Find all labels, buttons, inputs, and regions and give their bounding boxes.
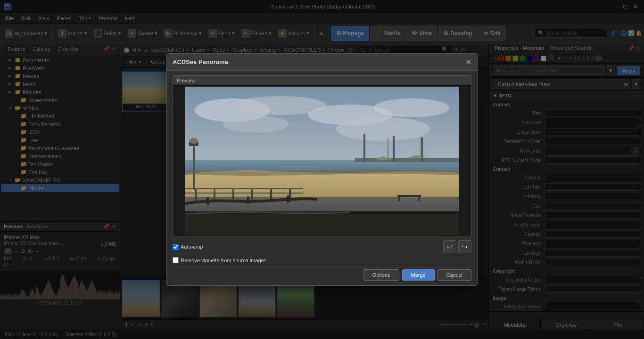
redo-btn[interactable]: ↪ (458, 240, 471, 253)
dialog-body: Preview (167, 71, 477, 285)
panorama-dialog: ACDSee Panorama ✕ Preview (166, 53, 478, 286)
svg-rect-24 (363, 134, 365, 162)
svg-rect-33 (185, 214, 459, 235)
svg-rect-31 (247, 196, 249, 204)
dialog-buttons: Options Merge Cancel (173, 267, 471, 281)
dialog-preview-label: Preview (173, 76, 471, 85)
svg-rect-20 (193, 143, 195, 190)
dialog-title-bar: ACDSee Panorama ✕ (167, 54, 477, 71)
auto-crop-label: Auto-crop (181, 244, 203, 250)
dialog-close-btn[interactable]: ✕ (465, 57, 471, 66)
dialog-preview-group: Preview (173, 75, 471, 236)
undo-btn[interactable]: ↩ (443, 240, 456, 253)
cancel-btn[interactable]: Cancel (438, 269, 471, 281)
svg-point-4 (374, 98, 449, 117)
auto-crop-checkbox[interactable] (173, 244, 179, 250)
svg-rect-29 (418, 197, 420, 201)
remove-vignette-checkbox[interactable] (173, 257, 179, 263)
svg-rect-18 (185, 188, 303, 189)
svg-rect-15 (251, 188, 253, 202)
dialog-options-row: Auto-crop ↩ ↪ (173, 240, 471, 253)
auto-crop-option[interactable]: Auto-crop (173, 244, 203, 250)
svg-point-6 (336, 117, 430, 141)
svg-point-22 (189, 138, 198, 144)
svg-rect-30 (206, 197, 209, 205)
remove-vignette-option[interactable]: Remove vignette from source images (173, 257, 471, 263)
undo-redo-controls: ↩ ↪ (443, 240, 471, 253)
dialog-title-text: ACDSee Panorama (173, 58, 228, 65)
dialog-overlay: ACDSee Panorama ✕ Preview (0, 0, 644, 339)
options-btn[interactable]: Options (363, 269, 399, 281)
panorama-svg (185, 87, 459, 235)
svg-rect-28 (398, 197, 400, 201)
dialog-preview-image (173, 85, 471, 236)
merge-btn[interactable]: Merge (402, 269, 435, 281)
remove-vignette-label: Remove vignette from source images (181, 258, 266, 263)
svg-rect-19 (185, 193, 303, 194)
svg-rect-25 (393, 136, 395, 162)
svg-rect-27 (397, 195, 421, 197)
svg-point-5 (223, 116, 289, 133)
svg-rect-23 (355, 158, 459, 162)
svg-rect-32 (287, 195, 289, 203)
